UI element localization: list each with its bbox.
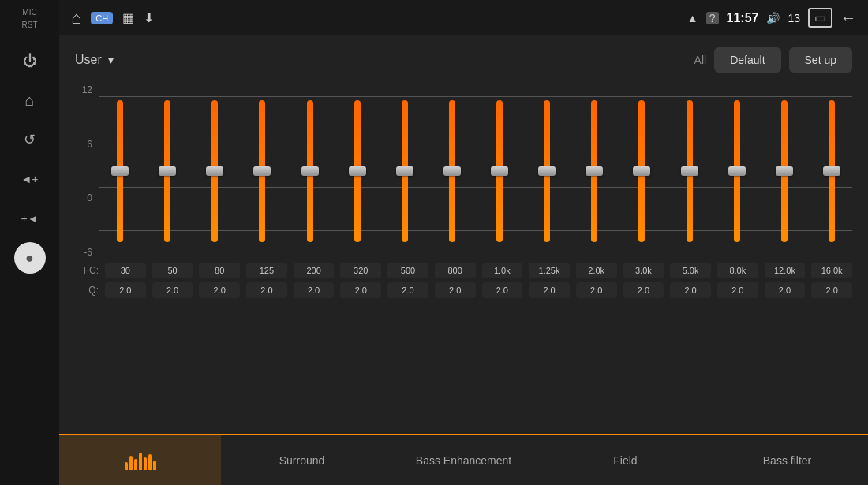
app-icon-2[interactable]: ▦ bbox=[122, 10, 134, 25]
slider-col-8.0k[interactable] bbox=[716, 84, 758, 258]
slider-col-1.25k[interactable] bbox=[526, 84, 567, 258]
tab-eq[interactable] bbox=[59, 435, 221, 485]
vol-down-button[interactable]: ◄+ bbox=[14, 163, 46, 195]
fc-cell-125[interactable]: 125 bbox=[246, 263, 287, 278]
slider-track-80[interactable] bbox=[211, 100, 218, 242]
fc-cell-1.0k[interactable]: 1.0k bbox=[482, 263, 523, 278]
q-cell-0[interactable]: 2.0 bbox=[105, 282, 146, 298]
q-cell-14[interactable]: 2.0 bbox=[765, 282, 806, 298]
tab-bass-enhancement[interactable]: Bass Enhancement bbox=[383, 435, 544, 485]
slider-track-3.0k[interactable] bbox=[638, 100, 645, 242]
slider-col-125[interactable] bbox=[241, 84, 282, 258]
setup-button[interactable]: Set up bbox=[789, 47, 852, 73]
slider-track-1.0k[interactable] bbox=[496, 100, 503, 242]
slider-track-125[interactable] bbox=[259, 100, 265, 242]
q-cell-12[interactable]: 2.0 bbox=[670, 282, 711, 298]
slider-handle-200[interactable] bbox=[301, 166, 319, 176]
fc-cell-30[interactable]: 30 bbox=[105, 263, 146, 278]
q-cell-9[interactable]: 2.0 bbox=[529, 282, 570, 298]
fc-cell-500[interactable]: 500 bbox=[387, 263, 428, 278]
fc-cell-5.0k[interactable]: 5.0k bbox=[670, 263, 711, 278]
slider-col-80[interactable] bbox=[194, 84, 235, 258]
slider-track-2.0k[interactable] bbox=[591, 100, 597, 242]
q-cell-6[interactable]: 2.0 bbox=[387, 282, 428, 298]
slider-track-1.25k[interactable] bbox=[544, 100, 550, 242]
slider-track-5.0k[interactable] bbox=[687, 100, 693, 242]
slider-track-8.0k[interactable] bbox=[734, 100, 740, 242]
slider-track-200[interactable] bbox=[307, 100, 313, 242]
back-status-icon[interactable]: ← bbox=[840, 9, 856, 27]
fc-cell-16.0k[interactable]: 16.0k bbox=[811, 263, 852, 278]
slider-col-12.0k[interactable] bbox=[764, 84, 805, 258]
fc-cell-2.0k[interactable]: 2.0k bbox=[576, 263, 617, 278]
preset-selector[interactable]: User ▾ bbox=[75, 53, 114, 67]
slider-handle-1.25k[interactable] bbox=[538, 166, 556, 176]
q-cell-3[interactable]: 2.0 bbox=[246, 282, 287, 298]
q-cell-5[interactable]: 2.0 bbox=[340, 282, 381, 298]
slider-track-50[interactable] bbox=[164, 100, 170, 242]
slider-handle-3.0k[interactable] bbox=[633, 166, 650, 176]
slider-col-50[interactable] bbox=[147, 84, 188, 258]
slider-col-16.0k[interactable] bbox=[811, 84, 852, 258]
home-status-icon[interactable]: ⌂ bbox=[71, 8, 81, 28]
fc-cell-320[interactable]: 320 bbox=[340, 263, 381, 278]
slider-handle-1.0k[interactable] bbox=[491, 166, 508, 176]
q-cell-7[interactable]: 2.0 bbox=[435, 282, 476, 298]
tab-field[interactable]: Field bbox=[544, 435, 706, 485]
slider-col-2.0k[interactable] bbox=[574, 84, 615, 258]
slider-handle-8.0k[interactable] bbox=[728, 166, 746, 176]
slider-col-30[interactable] bbox=[99, 84, 140, 258]
slider-handle-320[interactable] bbox=[349, 166, 366, 176]
slider-col-500[interactable] bbox=[384, 84, 425, 258]
slider-col-200[interactable] bbox=[290, 84, 331, 258]
slider-track-320[interactable] bbox=[354, 100, 361, 242]
default-button[interactable]: Default bbox=[714, 47, 780, 73]
vol-up-button[interactable]: +◄ bbox=[14, 203, 46, 234]
slider-col-800[interactable] bbox=[432, 84, 473, 258]
fc-cell-200[interactable]: 200 bbox=[294, 263, 335, 278]
all-label[interactable]: All bbox=[694, 54, 707, 66]
slider-track-12.0k[interactable] bbox=[781, 100, 788, 242]
slider-handle-12.0k[interactable] bbox=[776, 166, 793, 176]
slider-handle-5.0k[interactable] bbox=[681, 166, 698, 176]
slider-handle-2.0k[interactable] bbox=[586, 166, 603, 176]
circle-button[interactable]: ● bbox=[14, 242, 46, 274]
fc-cell-80[interactable]: 80 bbox=[199, 263, 240, 278]
fc-cell-800[interactable]: 800 bbox=[435, 263, 476, 278]
power-button[interactable]: ⏻ bbox=[14, 45, 46, 76]
home-button[interactable]: ⌂ bbox=[14, 84, 46, 116]
slider-handle-125[interactable] bbox=[253, 166, 271, 176]
slider-track-800[interactable] bbox=[449, 100, 455, 242]
q-cell-4[interactable]: 2.0 bbox=[294, 282, 335, 298]
tab-surround[interactable]: Surround bbox=[221, 435, 383, 485]
app-icon-1[interactable]: CH bbox=[91, 12, 113, 24]
slider-track-30[interactable] bbox=[117, 100, 123, 242]
q-cell-11[interactable]: 2.0 bbox=[623, 282, 664, 298]
slider-handle-800[interactable] bbox=[443, 166, 461, 176]
slider-handle-80[interactable] bbox=[206, 166, 223, 176]
slider-handle-500[interactable] bbox=[396, 166, 413, 176]
slider-track-16.0k[interactable] bbox=[829, 100, 835, 242]
q-cell-10[interactable]: 2.0 bbox=[576, 282, 617, 298]
download-icon[interactable]: ⬇ bbox=[144, 10, 154, 25]
q-cell-13[interactable]: 2.0 bbox=[717, 282, 758, 298]
slider-handle-16.0k[interactable] bbox=[823, 166, 840, 176]
slider-col-3.0k[interactable] bbox=[621, 84, 662, 258]
q-cell-1[interactable]: 2.0 bbox=[152, 282, 193, 298]
q-cell-15[interactable]: 2.0 bbox=[811, 282, 852, 298]
slider-handle-50[interactable] bbox=[159, 166, 176, 176]
slider-col-1.0k[interactable] bbox=[479, 84, 520, 258]
fc-cell-8.0k[interactable]: 8.0k bbox=[717, 263, 758, 278]
fc-cell-1.25k[interactable]: 1.25k bbox=[529, 263, 570, 278]
slider-col-5.0k[interactable] bbox=[669, 84, 710, 258]
fc-cell-50[interactable]: 50 bbox=[152, 263, 193, 278]
slider-col-320[interactable] bbox=[337, 84, 378, 258]
fc-cell-12.0k[interactable]: 12.0k bbox=[765, 263, 806, 278]
q-cell-2[interactable]: 2.0 bbox=[199, 282, 240, 298]
slider-handle-30[interactable] bbox=[111, 166, 129, 176]
slider-track-500[interactable] bbox=[402, 100, 408, 242]
fc-cell-3.0k[interactable]: 3.0k bbox=[623, 263, 664, 278]
preset-dropdown-icon[interactable]: ▾ bbox=[108, 54, 114, 66]
back-button[interactable]: ↺ bbox=[14, 124, 46, 155]
tab-bass-filter[interactable]: Bass filter bbox=[706, 435, 868, 485]
